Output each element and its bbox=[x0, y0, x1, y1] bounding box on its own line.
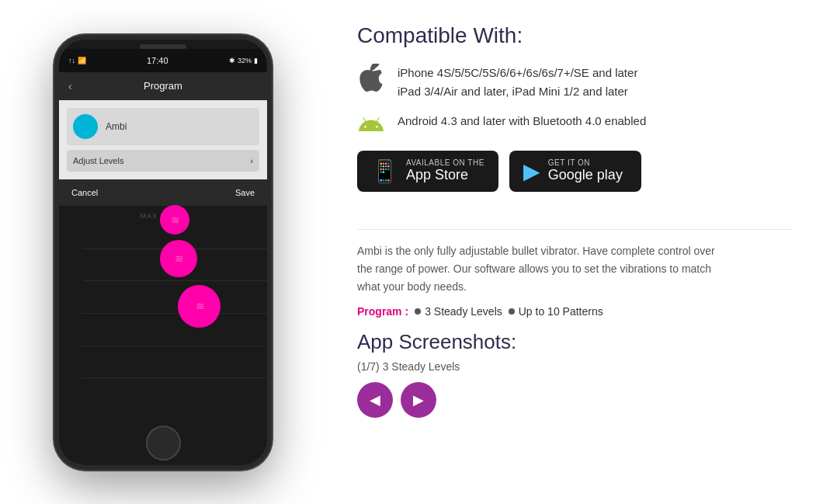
save-button[interactable]: Save bbox=[235, 188, 255, 197]
ambi-label: Ambi bbox=[106, 121, 127, 132]
chevron-right-icon: › bbox=[250, 156, 253, 165]
wave-icon: ≋ bbox=[171, 214, 179, 226]
screenshot-counter: (1/7) 3 Steady Levels bbox=[357, 360, 792, 373]
wave-icon: ≋ bbox=[196, 300, 203, 312]
appstore-badge[interactable]: 📱 Available on the App Store bbox=[357, 151, 498, 192]
android-compat-line1: Android 4.3 and later with Bluetooth 4.0… bbox=[398, 114, 646, 127]
description-text: Ambi is the only fully adjustable bullet… bbox=[357, 242, 730, 296]
program-item-1: 3 Steady Levels bbox=[415, 305, 502, 318]
adjust-levels-label: Adjust Levels bbox=[73, 156, 123, 165]
ambi-color-dot bbox=[73, 114, 98, 139]
android-compat-row: Android 4.3 and later with Bluetooth 4.0… bbox=[357, 112, 792, 140]
screenshots-title: App Screenshots: bbox=[357, 330, 792, 354]
app-content-top: Ambi Adjust Levels › bbox=[59, 100, 267, 179]
next-screenshot-button[interactable]: ▶ bbox=[401, 382, 436, 418]
play-icon: ▶ bbox=[523, 158, 540, 184]
app-nav-bar: ‹ Program bbox=[59, 72, 267, 100]
program-label: Program : bbox=[357, 305, 408, 318]
section-divider bbox=[357, 229, 792, 230]
android-compat-text: Android 4.3 and later with Bluetooth 4.0… bbox=[398, 112, 646, 130]
program-row: Program : 3 Steady Levels Up to 10 Patte… bbox=[357, 305, 792, 318]
right-panel: Compatible With: iPhone 4S/5/5C/5S/6/6+/… bbox=[326, 0, 823, 504]
googleplay-text: GET IT ON Google play bbox=[548, 158, 623, 184]
vibration-dot-large: ≋ bbox=[178, 285, 221, 328]
phone-status-bar: ↑↓ 📶 17:40 ✱ 32% ▮ bbox=[59, 49, 267, 72]
ambi-row: Ambi bbox=[67, 108, 259, 145]
googleplay-badge[interactable]: ▶ GET IT ON Google play bbox=[509, 151, 641, 192]
battery-icon: ▮ bbox=[254, 57, 258, 64]
phone-icon: 📱 bbox=[371, 158, 398, 184]
cancel-button[interactable]: Cancel bbox=[71, 188, 98, 197]
phone-time: 17:40 bbox=[147, 56, 168, 65]
grid-line bbox=[82, 313, 267, 314]
appstore-text: Available on the App Store bbox=[406, 158, 484, 184]
wave-icon: ≋ bbox=[175, 252, 182, 265]
program-item-1-label: 3 Steady Levels bbox=[425, 305, 502, 318]
phone-mockup: ↑↓ 📶 17:40 ✱ 32% ▮ ‹ Program Ambi Adjust… bbox=[54, 35, 272, 470]
android-icon bbox=[357, 112, 385, 140]
badges-row: 📱 Available on the App Store ▶ GET IT ON… bbox=[357, 151, 792, 192]
bullet-dot-2 bbox=[509, 308, 515, 315]
vibration-dot-small: ≋ bbox=[160, 205, 189, 235]
appstore-main-label: App Store bbox=[406, 167, 484, 184]
phone-screen: ‹ Program Ambi Adjust Levels › Cancel Sa… bbox=[59, 72, 267, 421]
apple-icon bbox=[357, 64, 385, 92]
prev-screenshot-button[interactable]: ◀ bbox=[357, 382, 393, 418]
apple-compat-line2: iPad 3/4/Air and later, iPad Mini 1/2 an… bbox=[398, 85, 628, 98]
phone-home-button[interactable] bbox=[146, 426, 181, 461]
compatible-title: Compatible With: bbox=[357, 23, 792, 48]
apple-compat-line1: iPhone 4S/5/5C/5S/6/6+/6s/6s/7+/SE and l… bbox=[398, 66, 637, 79]
googleplay-main-label: Google play bbox=[548, 167, 623, 184]
compatible-section: Compatible With: iPhone 4S/5/5C/5S/6/6+/… bbox=[357, 23, 792, 210]
apple-compat-text: iPhone 4S/5/5C/5S/6/6+/6s/6s/7+/SE and l… bbox=[398, 64, 637, 101]
app-actions-bar: Cancel Save bbox=[59, 179, 267, 206]
battery-percent: 32% bbox=[238, 57, 252, 64]
chart-grid bbox=[59, 206, 267, 421]
apple-compat-row: iPhone 4S/5/5C/5S/6/6+/6s/6s/7+/SE and l… bbox=[357, 64, 792, 101]
grid-line bbox=[82, 280, 267, 281]
program-item-2: Up to 10 Patterns bbox=[509, 305, 603, 318]
grid-line bbox=[82, 377, 267, 378]
program-item-2-label: Up to 10 Patterns bbox=[519, 305, 603, 318]
left-panel: ↑↓ 📶 17:40 ✱ 32% ▮ ‹ Program Ambi Adjust… bbox=[0, 0, 326, 504]
screenshot-nav: ◀ ▶ bbox=[357, 382, 792, 418]
app-chart: MAX LEVEL ≋ ≋ ≋ bbox=[59, 206, 267, 421]
appstore-sub-label: Available on the bbox=[406, 158, 484, 167]
battery-status: ✱ 32% ▮ bbox=[229, 57, 258, 64]
adjust-levels-row[interactable]: Adjust Levels › bbox=[67, 150, 259, 172]
nav-title: Program bbox=[144, 80, 182, 92]
back-button[interactable]: ‹ bbox=[68, 80, 72, 92]
vibration-dot-medium: ≋ bbox=[160, 240, 197, 277]
signal-icon: ↑↓ 📶 bbox=[68, 57, 86, 64]
grid-line bbox=[82, 346, 267, 346]
bullet-dot-1 bbox=[415, 308, 421, 315]
bluetooth-icon: ✱ bbox=[229, 57, 235, 64]
googleplay-sub-label: GET IT ON bbox=[548, 158, 623, 167]
